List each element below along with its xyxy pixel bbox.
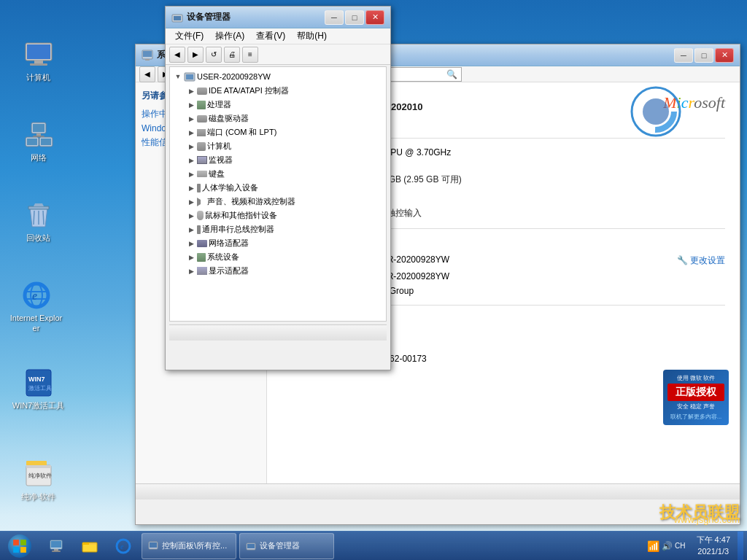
tree-item-4-expander[interactable]: ▶ [187, 142, 196, 151]
tree-item-3-expander[interactable]: ▶ [187, 128, 196, 137]
tree-item-7-expander[interactable]: ▶ [187, 184, 196, 192]
tree-item-8[interactable]: ▶ 声音、视频和游戏控制器 [172, 195, 384, 209]
tree-item-10[interactable]: ▶ 通用串行总线控制器 [172, 222, 384, 236]
devmgr-menu-view[interactable]: 查看(V) [250, 28, 291, 44]
cp-maximize-button[interactable]: □ [694, 48, 713, 63]
devmgr-props-btn[interactable]: ≡ [242, 47, 258, 63]
cp-window-controls: ─ □ ✕ [674, 48, 734, 63]
tree-root-expander[interactable]: ▼ [174, 72, 182, 81]
tree-item-5[interactable]: ▶ 监视器 [172, 153, 384, 167]
desktop-icon-software[interactable]: 纯净软件 纯净·软件 [11, 459, 66, 502]
svg-rect-20 [26, 370, 51, 396]
tree-item-2-expander[interactable]: ▶ [187, 114, 196, 123]
tree-item-6-expander[interactable]: ▶ [187, 170, 196, 179]
tree-item-6-label: 键盘 [209, 168, 225, 179]
tree-item-13[interactable]: ▶ 显示适配器 [172, 264, 384, 278]
desktop-icon-computer[interactable]: 计算机 [11, 40, 66, 82]
tree-item-13-icon [197, 267, 207, 275]
svg-text:纯净软件: 纯净软件 [28, 472, 52, 479]
desktop-icon-ie[interactable]: e Internet Explorer [9, 281, 63, 334]
taskbar-item-devmgr[interactable]: 设备管理器 [239, 533, 334, 559]
change-settings-link[interactable]: 🔧 更改设置 [677, 254, 725, 267]
tree-item-10-expander[interactable]: ▶ [187, 225, 196, 234]
svg-rect-11 [41, 139, 51, 145]
cp-close-button[interactable]: ✕ [715, 48, 734, 63]
tree-root[interactable]: ▼ USER-20200928YW [172, 69, 384, 84]
devmgr-minimize-button[interactable]: ─ [325, 10, 344, 25]
tree-item-12-icon [197, 253, 206, 262]
devmgr-back-btn[interactable]: ◀ [169, 47, 185, 63]
tree-item-12-expander[interactable]: ▶ [187, 253, 196, 262]
tree-item-2[interactable]: ▶ 磁盘驱动器 [172, 112, 384, 125]
tree-item-13-expander[interactable]: ▶ [187, 267, 196, 276]
tree-item-8-label: 声音、视频和游戏控制器 [207, 196, 295, 207]
devmgr-menu-help[interactable]: 帮助(H) [291, 28, 333, 44]
tray-clock[interactable]: 下午 4:47 2021/1/3 [693, 534, 734, 557]
tree-root-icon [184, 71, 196, 82]
tree-item-9[interactable]: ▶ 鼠标和其他指针设备 [172, 209, 384, 222]
svg-rect-42 [51, 541, 61, 548]
desktop-icon-recycle[interactable]: 回收站 [11, 201, 66, 243]
svg-rect-37 [13, 540, 19, 545]
tree-item-11-expander[interactable]: ▶ [187, 239, 196, 248]
cp-statusbar [136, 483, 740, 499]
cp-minimize-button[interactable]: ─ [674, 48, 693, 63]
svg-rect-6 [36, 133, 41, 136]
tree-item-0-label: IDE ATA/ATAPI 控制器 [209, 85, 289, 96]
tree-root-label: USER-20200928YW [197, 72, 271, 81]
tree-item-8-expander[interactable]: ▶ [187, 198, 196, 206]
svg-rect-29 [145, 59, 150, 61]
genuine-learn-more-link[interactable]: 联机了解更多内容... [667, 413, 724, 421]
devmgr-print-btn[interactable]: 🖨 [224, 47, 240, 63]
svg-rect-43 [54, 549, 58, 551]
taskbar-item-cp[interactable]: 控制面板\所有控... [142, 533, 236, 559]
svg-rect-36 [186, 74, 193, 79]
tray-volume-icon[interactable]: 🔊 [662, 541, 673, 551]
desktop: 计算机 网络 [0, 0, 747, 560]
devmgr-close-button[interactable]: ✕ [365, 10, 384, 25]
devmgr-refresh-btn[interactable]: ↺ [206, 47, 222, 63]
start-button[interactable] [0, 532, 39, 561]
devmgr-menu-file[interactable]: 文件(F) [169, 28, 209, 44]
tree-item-3[interactable]: ▶ 端口 (COM 和 LPT) [172, 125, 384, 139]
desktop-icon-computer-label: 计算机 [11, 72, 66, 82]
svg-rect-44 [52, 551, 61, 552]
windows-logo [630, 86, 681, 137]
tree-item-12[interactable]: ▶ 系统设备 [172, 250, 384, 264]
tree-item-0-icon [197, 88, 207, 95]
tree-item-8-icon [197, 198, 206, 206]
svg-rect-40 [20, 547, 26, 553]
svg-rect-47 [83, 545, 96, 551]
taskbar-explorer-pinned[interactable] [74, 532, 106, 560]
tree-item-5-expander[interactable]: ▶ [187, 156, 196, 165]
tree-item-9-expander[interactable]: ▶ [187, 211, 196, 220]
tree-item-1-expander[interactable]: ▶ [187, 101, 196, 109]
taskbar-ie-pinned[interactable]: e [107, 532, 139, 560]
tree-item-7[interactable]: ▶ 人体学输入设备 [172, 181, 384, 195]
tree-item-0[interactable]: ▶ IDE ATA/ATAPI 控制器 [172, 84, 384, 98]
svg-rect-38 [20, 540, 26, 545]
tree-item-3-icon [197, 129, 206, 136]
cp-back-button[interactable]: ◀ [139, 66, 155, 82]
tray-network-icon[interactable]: 📶 [647, 540, 659, 552]
show-desktop-button[interactable] [738, 532, 743, 561]
desktop-icon-network[interactable]: 网络 [11, 120, 66, 163]
devmgr-window: 设备管理器 ─ □ ✕ 文件(F) 操作(A) 查看(V) 帮助(H) ◀ ▶ … [165, 6, 391, 370]
tree-item-2-icon [197, 115, 207, 122]
devmgr-window-controls: ─ □ ✕ [325, 10, 384, 25]
devmgr-statusbar [169, 324, 387, 341]
devmgr-maximize-button[interactable]: □ [345, 10, 364, 25]
devmgr-toolbar: ◀ ▶ ↺ 🖨 ≡ [166, 44, 390, 65]
devmgr-menu-action[interactable]: 操作(A) [209, 28, 250, 44]
tree-item-0-expander[interactable]: ▶ [187, 87, 196, 96]
tree-item-6[interactable]: ▶ 键盘 [172, 167, 384, 181]
taskbar-show-desktop[interactable] [40, 532, 72, 560]
tree-item-11[interactable]: ▶ 网络适配器 [172, 236, 384, 250]
taskbar-item-devmgr-label: 设备管理器 [260, 540, 300, 551]
devmgr-forward-btn[interactable]: ▶ [187, 47, 204, 63]
tree-item-4[interactable]: ▶ 计算机 [172, 139, 384, 153]
tree-item-1[interactable]: ▶ 处理器 [172, 98, 384, 112]
desktop-icon-win7tool[interactable]: WIN7 激活工具 WIN7激活工具 [11, 368, 66, 411]
tree-item-4-icon [197, 142, 206, 151]
tray-lang-icon[interactable]: CH [675, 542, 685, 550]
